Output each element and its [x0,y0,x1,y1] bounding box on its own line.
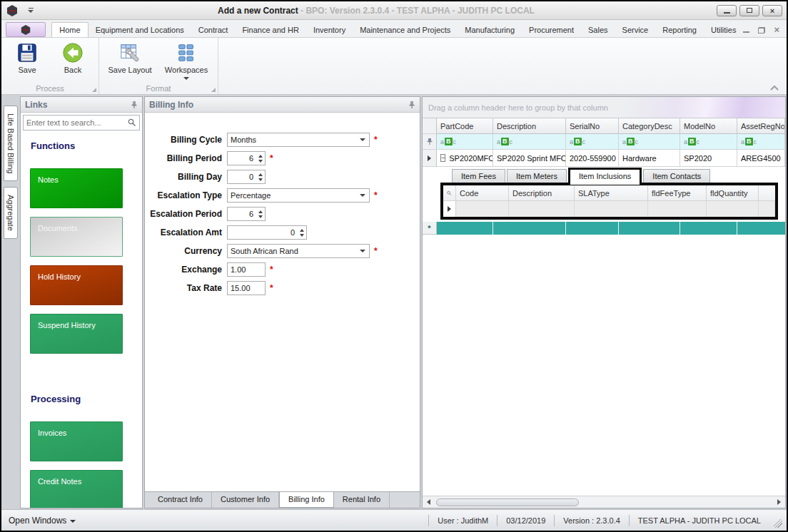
spinner-arrows-icon[interactable] [256,208,265,220]
scroll-right-icon[interactable] [773,496,785,508]
filter-cell-modelno[interactable]: aBc [680,134,737,150]
child-column-slatype[interactable]: SLAType [575,185,648,201]
search-icon[interactable] [128,118,136,127]
child-column-fldquantity[interactable]: fldQuantity [707,185,759,201]
hold-history-button[interactable]: Hold History [30,265,123,305]
ribbon-collapse-icon[interactable] [769,84,779,91]
tax-rate-field[interactable]: 15.00 [227,281,266,295]
filter-cell-description[interactable]: aBc [493,134,566,150]
column-header-description[interactable]: Description [493,118,566,134]
maximize-button[interactable] [739,5,759,16]
ribbon-tab-sales[interactable]: Sales [581,23,615,37]
child-column-fldfeetype[interactable]: fldFeeType [648,185,707,201]
mdi-minimize-icon[interactable] [743,31,749,33]
ribbon-tab-contract[interactable]: Contract [191,23,236,37]
app-logo-icon[interactable] [6,4,19,17]
dialog-launcher-icon[interactable] [92,88,96,92]
credit-notes-button[interactable]: Credit Notes [30,470,123,508]
filter-cell-categorydesc[interactable]: aBc [619,134,680,150]
ribbon-tab-procurement[interactable]: Procurement [522,23,581,37]
row-indicator[interactable] [423,150,437,167]
child-cell[interactable] [509,201,575,217]
filter-cell-assetregno[interactable]: aBc [737,134,785,150]
currency-select[interactable]: South African Rand [227,244,370,258]
tab-item-fees[interactable]: Item Fees [452,169,505,183]
tab-rental-info[interactable]: Rental Info [334,492,390,508]
new-row-cell[interactable] [493,222,566,235]
column-header-serialno[interactable]: SerialNo [566,118,619,134]
scrollbar-thumb[interactable] [436,498,579,506]
mdi-close-icon[interactable]: × [774,26,779,34]
ribbon-tab-utilities[interactable]: Utilities [704,23,743,37]
column-header-modelno[interactable]: ModelNo [680,118,737,134]
escalation-period-spinner[interactable]: 6 [227,207,266,221]
billing-period-spinner[interactable]: 6 [227,151,266,165]
cell-modelno[interactable]: SP2020 [680,150,737,167]
suspend-history-button[interactable]: Suspend History [30,314,123,354]
exchange-field[interactable]: 1.00 [227,262,266,277]
pin-icon[interactable] [131,101,138,109]
invoices-button[interactable]: Invoices [30,421,123,461]
billing-cycle-select[interactable]: Months [227,133,370,147]
side-tab-aggregate[interactable]: Aggregate [4,187,18,239]
horizontal-scrollbar[interactable] [423,496,785,508]
filter-cell-serialno[interactable]: aBc [566,134,619,150]
child-search-cell[interactable] [443,185,456,201]
spinner-arrows-icon[interactable] [256,152,265,165]
child-grid-empty-row[interactable] [443,201,775,217]
workspaces-button[interactable]: Workspaces [161,41,212,80]
new-row-cell[interactable] [680,222,737,235]
mdi-restore-icon[interactable] [758,27,765,34]
tab-item-contacts[interactable]: Item Contacts [643,169,710,183]
new-row-cell[interactable] [619,222,680,235]
ribbon-tab-maintenance-and-projects[interactable]: Maintenance and Projects [353,23,458,37]
close-button[interactable]: × [762,5,782,16]
grid-data-row[interactable]: −SP2020MFC SP2020 Sprint MFC 2020-559900… [423,150,785,167]
ribbon-tab-manufacturing[interactable]: Manufacturing [458,23,522,37]
child-column-code[interactable]: Code [456,185,509,201]
child-column-description[interactable]: Description [509,185,575,201]
ribbon-tab-reporting[interactable]: Reporting [655,23,704,37]
tab-contract-info[interactable]: Contract Info [149,492,212,508]
new-row-cell[interactable] [437,222,493,235]
cell-categorydesc[interactable]: Hardware [619,150,680,167]
tab-item-meters[interactable]: Item Meters [507,169,567,183]
ribbon-tab-inventory[interactable]: Inventory [306,23,353,37]
escalation-amt-spinner[interactable]: 0 [227,225,307,240]
escalation-type-select[interactable]: Percentage [227,188,370,203]
new-row-cell[interactable] [566,222,619,235]
ribbon-tab-service[interactable]: Service [615,23,656,37]
column-header-partcode[interactable]: PartCode [437,118,493,134]
quick-access-dropdown-icon[interactable] [26,6,36,16]
tab-billing-info[interactable]: Billing Info [279,492,334,508]
ribbon-tab-finance-and-hr[interactable]: Finance and HR [235,23,306,37]
cell-serialno[interactable]: 2020-559900 [566,150,619,167]
pin-icon[interactable] [408,101,415,109]
ribbon-tab-equipment-and-locations[interactable]: Equipment and Locations [89,23,191,37]
side-tab-life-based-billing[interactable]: Life Based Billing [4,106,18,181]
tab-item-inclusions[interactable]: Item Inclusions [568,168,642,185]
spinner-arrows-icon[interactable] [256,170,265,183]
back-button[interactable]: Back [53,41,93,74]
minimize-button[interactable] [717,5,737,16]
application-button[interactable] [6,22,46,37]
cell-assetregno[interactable]: AREG4500 [737,150,785,167]
resize-grip[interactable] [774,519,782,528]
scroll-left-icon[interactable] [423,496,435,508]
open-windows-button[interactable]: Open Windows [9,516,76,526]
search-input[interactable] [26,118,128,127]
cell-partcode[interactable]: −SP2020MFC [437,150,493,167]
collapse-row-icon[interactable]: − [440,154,445,162]
new-row-cell[interactable] [737,222,786,235]
dialog-launcher-icon[interactable] [211,88,216,92]
tab-customer-info[interactable]: Customer Info [212,492,279,508]
child-cell[interactable] [575,201,648,217]
child-cell[interactable] [707,201,759,217]
cell-description[interactable]: SP2020 Sprint MFC [493,150,566,167]
child-cell[interactable] [456,201,509,217]
save-layout-button[interactable]: Save Layout [105,41,155,74]
spinner-arrows-icon[interactable] [297,226,306,239]
grid-new-item-row[interactable]: * [423,222,785,235]
column-header-categorydesc[interactable]: CategoryDesc [619,118,680,134]
filter-cell-partcode[interactable]: aBc [437,134,493,150]
